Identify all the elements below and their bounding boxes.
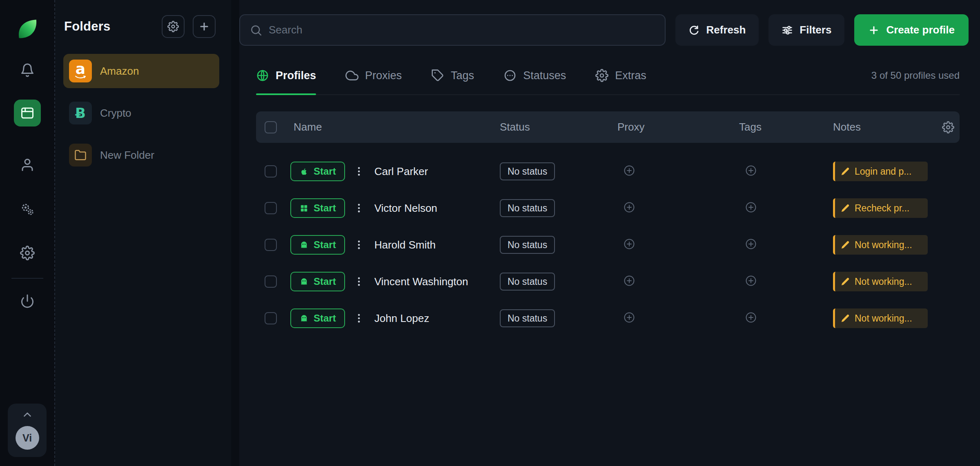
add-proxy-icon[interactable] [623,275,635,287]
profiles-usage-text: 3 of 50 profiles used [871,70,960,87]
tab-proxies[interactable]: Proxies [345,62,402,94]
folder-label: Crypto [100,107,131,120]
folder-list: a Amazon Ƀ Crypto New Folder [55,54,231,172]
column-header-tags: Tags [739,121,833,133]
accounts-nav-button[interactable] [14,151,41,178]
add-tag-icon[interactable] [745,238,757,250]
table-row: Start John Lopez No status Not working..… [256,300,960,337]
add-tag-icon[interactable] [745,201,757,213]
filters-button[interactable]: Filters [768,14,844,46]
refresh-button[interactable]: Refresh [675,14,759,46]
note-chip[interactable]: Login and p... [833,162,928,181]
note-text: Login and p... [855,166,911,177]
gear-icon [20,246,35,260]
refresh-label: Refresh [706,24,746,36]
folders-sidebar: Folders a Amazon Ƀ Crypto New Folder [55,0,231,466]
status-icon [503,69,517,82]
plus-icon [868,24,880,36]
status-badge[interactable]: No status [500,199,555,217]
settings-nav-button[interactable] [14,240,41,266]
avatar[interactable]: Vi [16,426,39,450]
cloud-icon [345,69,359,82]
status-badge[interactable]: No status [500,273,555,291]
profile-name: Carl Parker [374,165,428,178]
row-checkbox[interactable] [265,239,277,251]
folder-item-crypto[interactable]: Ƀ Crypto [63,96,219,130]
app-logo[interactable] [14,17,40,43]
filters-icon [782,24,793,36]
status-badge[interactable]: No status [500,309,555,327]
kebab-menu-icon[interactable] [353,276,365,287]
note-chip[interactable]: Not working... [833,272,928,291]
start-button[interactable]: Start [290,308,345,328]
folder-item-new-folder[interactable]: New Folder [63,138,219,172]
tab-label: Statuses [523,69,566,82]
note-chip[interactable]: Not working... [833,235,928,255]
search-box[interactable] [239,14,666,46]
search-icon [250,24,262,36]
row-checkbox[interactable] [265,312,277,324]
add-proxy-icon[interactable] [623,238,635,250]
filters-label: Filters [800,24,831,36]
bitcoin-icon: Ƀ [69,102,92,124]
start-button[interactable]: Start [290,162,345,181]
kebab-menu-icon[interactable] [353,239,365,251]
profiles-nav-button[interactable] [14,100,41,126]
pencil-icon [841,240,850,249]
tab-profiles[interactable]: Profiles [256,62,316,94]
profile-name: Victor Nelson [374,202,437,215]
notifications-button[interactable] [14,57,41,84]
add-folder-button[interactable] [193,15,216,38]
automation-nav-button[interactable] [14,196,41,223]
row-checkbox[interactable] [265,275,277,288]
row-checkbox[interactable] [265,165,277,178]
add-proxy-icon[interactable] [623,164,635,177]
status-badge[interactable]: No status [500,236,555,254]
profile-name: Harold Smith [374,239,436,251]
tag-icon [431,69,444,82]
profile-name: John Lopez [374,312,429,325]
create-profile-button[interactable]: Create profile [854,14,969,46]
ghost-icon [299,314,309,323]
folder-label: New Folder [100,149,154,162]
status-badge[interactable]: No status [500,162,555,180]
power-button[interactable] [14,288,41,315]
windows-icon [299,204,309,213]
collapse-button[interactable] [21,408,33,422]
select-all-checkbox[interactable] [265,121,277,133]
tab-statuses[interactable]: Statuses [503,62,566,94]
power-icon [20,294,35,308]
gears-automation-icon [20,202,35,217]
note-text: Not working... [855,276,912,287]
kebab-menu-icon[interactable] [353,166,365,177]
folder-item-amazon[interactable]: a Amazon [63,54,219,88]
table-rows: Start Carl Parker No status Login and p.… [256,153,960,337]
add-tag-icon[interactable] [745,275,757,287]
kebab-menu-icon[interactable] [353,313,365,324]
tab-extras[interactable]: Extras [595,62,646,94]
plus-icon [198,21,210,32]
add-proxy-icon[interactable] [623,311,635,324]
pencil-icon [841,277,850,286]
add-proxy-icon[interactable] [623,201,635,213]
row-checkbox[interactable] [265,202,277,214]
note-text: Recheck pr... [855,203,909,214]
note-chip[interactable]: Recheck pr... [833,198,928,218]
folder-settings-button[interactable] [162,15,185,38]
rail-bottom-panel: Vi [8,404,47,457]
note-chip[interactable]: Not working... [833,308,928,328]
search-input[interactable] [269,24,655,36]
start-button[interactable]: Start [290,235,345,255]
table-settings-icon[interactable] [942,121,954,133]
icon-rail: Vi [0,0,55,466]
add-tag-icon[interactable] [745,311,757,324]
start-button[interactable]: Start [290,198,345,218]
kebab-menu-icon[interactable] [353,202,365,214]
add-tag-icon[interactable] [745,164,757,177]
column-header-name: Name [294,121,500,133]
start-button[interactable]: Start [290,272,345,291]
table-row: Start Harold Smith No status Not working… [256,226,960,263]
tab-tags[interactable]: Tags [431,62,474,94]
column-header-proxy: Proxy [617,121,739,133]
tab-label: Proxies [365,69,402,82]
